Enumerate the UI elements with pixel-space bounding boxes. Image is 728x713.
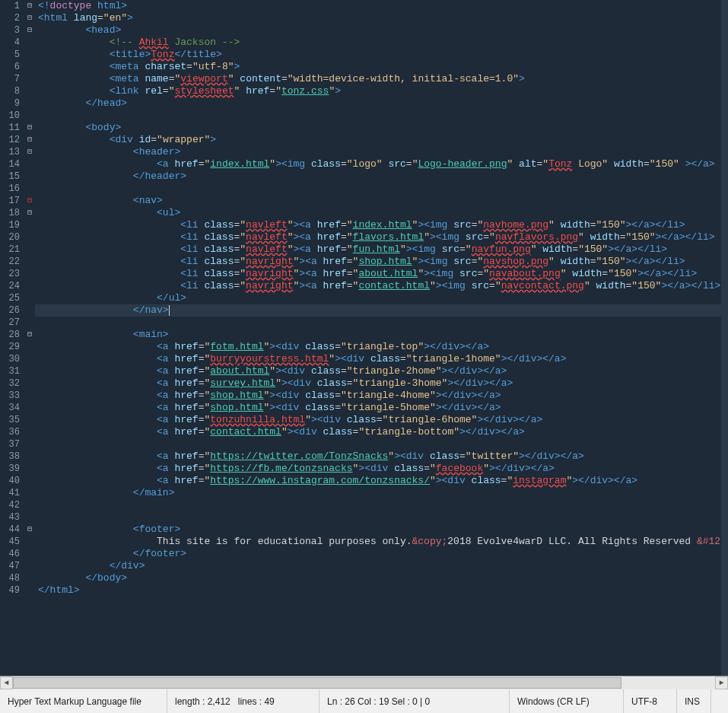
- gutter-row: 44: [0, 524, 35, 536]
- code-line[interactable]: </header>: [35, 170, 728, 183]
- fold-toggle-icon[interactable]: [24, 195, 35, 207]
- gutter-row: 1: [0, 0, 35, 12]
- code-line[interactable]: </nav>: [35, 304, 728, 317]
- code-line[interactable]: [35, 110, 728, 122]
- fold-toggle-icon: [24, 560, 35, 572]
- code-line[interactable]: [35, 511, 728, 524]
- code-line[interactable]: <a href="survey.html"><div class="triang…: [35, 377, 728, 390]
- code-line[interactable]: </footer>: [35, 548, 728, 560]
- code-line[interactable]: <meta name="viewport" content="width=dev…: [35, 73, 728, 85]
- gutter-row: 10: [0, 110, 35, 122]
- vertical-scrollbar[interactable]: [721, 0, 728, 676]
- fold-toggle-icon: [24, 244, 35, 256]
- line-number: 18: [0, 207, 24, 219]
- fold-toggle-icon: [24, 499, 35, 511]
- code-line[interactable]: <title>Tonz</title>: [35, 49, 728, 61]
- code-line[interactable]: <li class="navright"><a href="shop.html"…: [35, 256, 728, 268]
- fold-toggle-icon[interactable]: [24, 0, 35, 12]
- line-number: 26: [0, 304, 24, 317]
- line-number: 38: [0, 450, 24, 463]
- fold-toggle-icon: [24, 49, 35, 61]
- code-line[interactable]: <meta charset="utf-8">: [35, 61, 728, 73]
- fold-toggle-icon[interactable]: [24, 207, 35, 219]
- code-line[interactable]: <html lang="en">: [35, 12, 728, 24]
- code-line[interactable]: <li class="navleft"><a href="flavors.htm…: [35, 231, 728, 244]
- code-area[interactable]: <!doctype html><html lang="en"> <head> <…: [35, 0, 728, 676]
- scroll-right-arrow-icon[interactable]: ►: [715, 676, 728, 689]
- code-line[interactable]: <body>: [35, 122, 728, 134]
- code-line[interactable]: <a href="https://www.instagram.com/tonzs…: [35, 475, 728, 487]
- code-line[interactable]: [35, 438, 728, 450]
- code-line[interactable]: This site is for educational purposes on…: [35, 536, 728, 548]
- code-line[interactable]: </main>: [35, 487, 728, 499]
- fold-toggle-icon[interactable]: [24, 24, 35, 37]
- fold-toggle-icon[interactable]: [24, 134, 35, 146]
- code-line[interactable]: [35, 499, 728, 511]
- code-line[interactable]: <!-- Ahkil Jackson -->: [35, 37, 728, 49]
- gutter-row: 9: [0, 97, 35, 110]
- status-length-lines: length : 2,412 lines : 49: [167, 689, 319, 713]
- line-number: 17: [0, 195, 24, 207]
- fold-toggle-icon[interactable]: [24, 524, 35, 536]
- line-number: 37: [0, 438, 24, 450]
- line-number: 49: [0, 584, 24, 597]
- code-line[interactable]: </html>: [35, 584, 728, 597]
- code-line[interactable]: <a href="shop.html"><div class="triangle…: [35, 390, 728, 402]
- fold-toggle-icon: [24, 438, 35, 450]
- gutter-row: 19: [0, 219, 35, 231]
- code-line[interactable]: <li class="navright"><a href="about.html…: [35, 268, 728, 280]
- code-line[interactable]: <main>: [35, 329, 728, 341]
- line-number: 30: [0, 353, 24, 365]
- gutter-row: 49: [0, 584, 35, 597]
- code-line[interactable]: [35, 183, 728, 195]
- code-line[interactable]: <li class="navleft"><a href="fun.html"><…: [35, 244, 728, 256]
- fold-toggle-icon[interactable]: [24, 12, 35, 24]
- scrollbar-track[interactable]: [13, 676, 715, 689]
- scroll-left-arrow-icon[interactable]: ◄: [0, 676, 13, 689]
- code-line[interactable]: <header>: [35, 146, 728, 158]
- fold-toggle-icon[interactable]: [24, 329, 35, 341]
- code-line[interactable]: </body>: [35, 572, 728, 584]
- gutter-row: 26: [0, 304, 35, 317]
- code-line[interactable]: <ul>: [35, 207, 728, 219]
- line-number: 5: [0, 49, 24, 61]
- code-line[interactable]: <a href="fotm.html"><div class="triangle…: [35, 341, 728, 353]
- gutter-row: 46: [0, 548, 35, 560]
- code-line[interactable]: <link rel="stylesheet" href="tonz.css">: [35, 85, 728, 97]
- code-line[interactable]: </div>: [35, 560, 728, 572]
- code-line[interactable]: <footer>: [35, 524, 728, 536]
- code-line[interactable]: <li class="navright"><a href="contact.ht…: [35, 280, 728, 292]
- fold-toggle-icon: [24, 158, 35, 170]
- code-line[interactable]: <head>: [35, 24, 728, 37]
- code-line[interactable]: <!doctype html>: [35, 0, 728, 12]
- code-line[interactable]: <a href="index.html"><img class="logo" s…: [35, 158, 728, 170]
- fold-toggle-icon[interactable]: [24, 122, 35, 134]
- code-line[interactable]: <a href="https://fb.me/tonzsnacks"><div …: [35, 463, 728, 475]
- code-line[interactable]: [35, 317, 728, 329]
- line-number: 31: [0, 365, 24, 377]
- line-number: 1: [0, 0, 24, 12]
- code-line[interactable]: </head>: [35, 97, 728, 110]
- code-line[interactable]: <a href="shop.html"><div class="triangle…: [35, 402, 728, 414]
- code-line[interactable]: <a href="contact.html"><div class="trian…: [35, 426, 728, 438]
- fold-toggle-icon[interactable]: [24, 146, 35, 158]
- line-number: 29: [0, 341, 24, 353]
- fold-toggle-icon: [24, 268, 35, 280]
- status-filetype: Hyper Text Markup Language file: [0, 689, 167, 713]
- scrollbar-thumb[interactable]: [13, 677, 622, 689]
- code-line[interactable]: <a href="https://twitter.com/TonzSnacks"…: [35, 450, 728, 463]
- code-line[interactable]: </ul>: [35, 292, 728, 304]
- line-number: 6: [0, 61, 24, 73]
- code-line[interactable]: <a href="about.html"><div class="triangl…: [35, 365, 728, 377]
- horizontal-scrollbar[interactable]: ◄ ►: [0, 676, 728, 689]
- fold-toggle-icon: [24, 584, 35, 597]
- code-line[interactable]: <nav>: [35, 195, 728, 207]
- line-number: 42: [0, 499, 24, 511]
- code-line[interactable]: <li class="navleft"><a href="index.html"…: [35, 219, 728, 231]
- code-line[interactable]: <a href="burryyourstress.html"><div clas…: [35, 353, 728, 365]
- code-line[interactable]: <div id="wrapper">: [35, 134, 728, 146]
- gutter-row: 42: [0, 499, 35, 511]
- gutter-row: 24: [0, 280, 35, 292]
- code-line[interactable]: <a href="tonzuhnilla.html"><div class="t…: [35, 414, 728, 426]
- fold-toggle-icon: [24, 292, 35, 304]
